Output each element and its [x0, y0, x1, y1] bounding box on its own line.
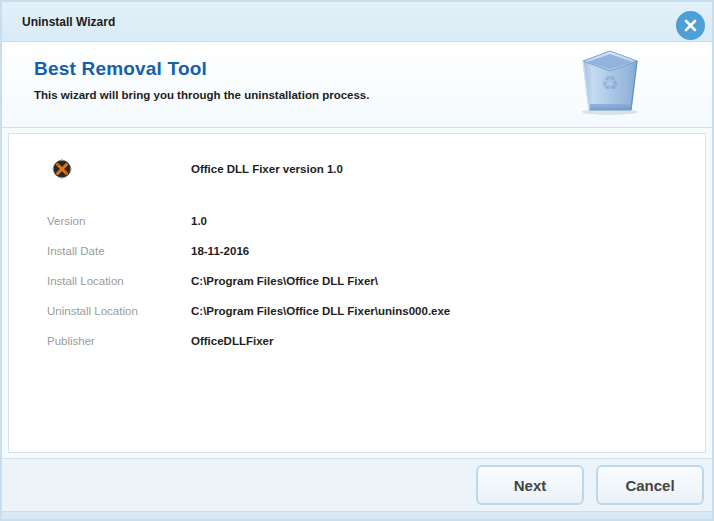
detail-label: Publisher: [47, 335, 191, 347]
footer-button-bar: Next Cancel: [2, 458, 712, 511]
window-bottom-edge: [2, 511, 712, 519]
detail-row-publisher: Publisher OfficeDLLFixer: [47, 326, 705, 356]
uninstall-wizard-window: Uninstall Wizard Best Removal Tool This …: [0, 0, 714, 521]
detail-label: Install Date: [47, 245, 191, 257]
detail-row-uninstall-location: Uninstall Location C:\Program Files\Offi…: [47, 296, 705, 326]
detail-value: OfficeDLLFixer: [191, 335, 273, 347]
detail-value: 18-11-2016: [191, 245, 249, 257]
recycle-bin-icon: ♻: [578, 46, 642, 120]
details-panel: Office DLL Fixer version 1.0 Version 1.0…: [8, 133, 706, 453]
app-title: Office DLL Fixer version 1.0: [191, 163, 343, 175]
app-icon: [51, 158, 73, 180]
detail-value: 1.0: [191, 215, 207, 227]
svg-text:♻: ♻: [601, 72, 619, 94]
wizard-body: Office DLL Fixer version 1.0 Version 1.0…: [2, 128, 712, 458]
detail-row-version: Version 1.0: [47, 206, 705, 236]
detail-row-install-date: Install Date 18-11-2016: [47, 236, 705, 266]
detail-row-install-location: Install Location C:\Program Files\Office…: [47, 266, 705, 296]
wizard-header: Best Removal Tool This wizard will bring…: [2, 42, 712, 128]
app-summary-row: Office DLL Fixer version 1.0: [47, 158, 705, 180]
window-title: Uninstall Wizard: [22, 15, 115, 29]
cancel-button[interactable]: Cancel: [596, 465, 704, 505]
detail-label: Version: [47, 215, 191, 227]
titlebar: Uninstall Wizard: [2, 2, 712, 42]
close-icon: [684, 19, 697, 32]
next-button[interactable]: Next: [476, 465, 584, 505]
detail-value: C:\Program Files\Office DLL Fixer\unins0…: [191, 305, 450, 317]
detail-value: C:\Program Files\Office DLL Fixer\: [191, 275, 378, 287]
detail-label: Install Location: [47, 275, 191, 287]
close-button[interactable]: [676, 11, 705, 40]
detail-label: Uninstall Location: [47, 305, 191, 317]
